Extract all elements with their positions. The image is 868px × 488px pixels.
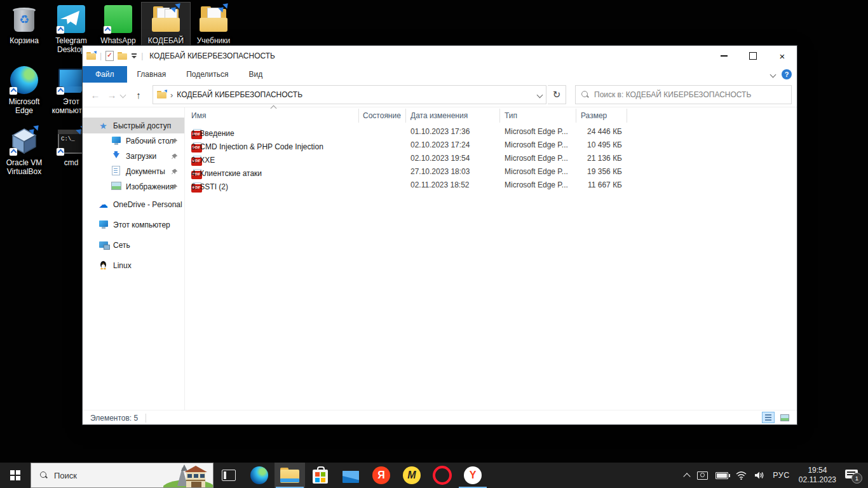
sidebar-item-documents[interactable]: Документы [83,164,184,179]
up-button[interactable]: ↑ [131,90,146,100]
taskbar-yandex-button[interactable]: Я [366,463,397,488]
edge-icon [250,466,268,484]
navigation-bar: ← → ↑ › КОДЕБАЙ КИБЕРБЕЗОПАСНОСТЬ ↻ Поис… [83,83,797,107]
tray-wifi-button[interactable] [732,463,750,488]
desktop-monitor-icon [111,137,121,146]
display-cast-icon [697,471,708,480]
taskbar-opera-button[interactable] [427,463,458,488]
pin-icon [171,184,178,193]
desktop: ♻ Корзина Telegram Desktop WhatsApp PDF … [0,0,868,488]
file-explorer-icon [280,468,299,483]
tab-share[interactable]: Поделиться [176,66,238,83]
title-bar: | ✓ | КОДЕБАЙ КИБЕРБЕЗОПАСНОСТЬ × [83,46,797,66]
taskbar-explorer-button[interactable] [275,463,305,488]
system-tray: РУС 19:54 02.11.2023 1 [681,463,868,488]
start-button[interactable] [0,463,31,488]
maximize-button[interactable] [738,46,768,66]
navigation-pane: ★ Быстрый доступ Рабочий стол Загрузки Д… [83,107,184,410]
desktop-icon-virtualbox[interactable]: Oracle VM VirtualBox [0,125,48,177]
compressed-arrows-icon [172,2,182,11]
taskbar-mail-button[interactable] [336,463,366,488]
desktop-icon-edge[interactable]: Microsoft Edge [0,64,48,116]
sidebar-item-desktop[interactable]: Рабочий стол [83,133,184,149]
sidebar-item-network[interactable]: Сеть [83,235,184,255]
notification-center-button[interactable]: 1 [841,463,865,488]
desktop-icon-recycle-bin[interactable]: ♻ Корзина [0,3,48,46]
opera-icon [433,466,452,485]
back-button[interactable]: ← [88,90,103,100]
folder-pdf-icon: PDF [198,4,229,34]
sidebar-item-downloads[interactable]: Загрузки [83,149,184,164]
sidebar-item-onedrive[interactable]: ☁ OneDrive - Personal [83,194,184,215]
forward-button[interactable]: → [104,90,119,100]
address-dropdown-icon[interactable] [537,92,543,98]
taskbar-search-input[interactable]: Поиск [31,463,214,488]
sidebar-item-this-pc[interactable]: Этот компьютер [83,215,184,235]
column-header-modified[interactable]: Дата изменения [410,111,468,120]
language-indicator[interactable]: РУС [769,463,794,488]
sidebar-item-pictures[interactable]: Изображения [83,179,184,194]
customize-toolbar-dropdown[interactable] [131,53,137,59]
taskbar-store-button[interactable] [305,463,336,488]
network-icon [98,241,109,250]
desktop-icon-uchebniki[interactable]: PDF Учебники [189,3,238,46]
tray-chevron-button[interactable] [681,463,693,488]
tray-volume-button[interactable] [750,463,769,488]
taskbar: Поиск Я [0,463,868,488]
battery-icon [715,472,728,479]
tab-view[interactable]: Вид [238,66,273,83]
minimize-button[interactable] [709,46,738,66]
chevron-up-icon [684,473,691,480]
file-row[interactable]: PDF2. CMD Injection & PHP Code Injection… [185,139,797,152]
windows-logo-icon [10,470,20,480]
taskbar-yandex-browser-button[interactable]: Y [458,463,488,488]
file-list: Имя Состояние Дата изменения Тип Размер … [184,107,797,410]
downloads-arrow-icon [111,151,121,161]
cmd-icon: C:\_ [56,126,86,156]
column-header-status[interactable]: Состояние [363,111,401,120]
thumbnails-view-button[interactable] [779,412,790,423]
taskbar-yellow-m-button[interactable]: M [397,463,427,488]
new-folder-button[interactable] [118,52,127,60]
ribbon-tabs: Файл Главная Поделиться Вид ? [83,66,797,83]
file-row[interactable]: PDF3. XXE 02.10.2023 19:54 Microsoft Edg… [185,152,797,165]
file-row[interactable]: PDF5. SSTI (2) 02.11.2023 18:52 Microsof… [185,179,797,192]
clock[interactable]: 19:54 02.11.2023 [794,463,841,488]
file-row[interactable]: PDF4. Клиентские атаки 27.10.2023 18:03 … [185,165,797,179]
pin-icon [171,138,178,147]
tab-home[interactable]: Главная [127,66,177,83]
folder-pdf-icon: PDF PDF [151,4,181,34]
address-bar[interactable]: › КОДЕБАЙ КИБЕРБЕЗОПАСНОСТЬ [153,85,546,104]
desktop-icon-kodebai[interactable]: PDF PDF КОДЕБАЙ [142,3,190,46]
task-view-button[interactable] [214,463,244,488]
breadcrumb[interactable]: КОДЕБАЙ КИБЕРБЕЗОПАСНОСТЬ [177,90,534,99]
wifi-icon [736,471,747,480]
shortcut-arrow-icon [57,148,64,156]
tab-file[interactable]: Файл [83,66,127,83]
taskbar-edge-button[interactable] [244,463,275,488]
help-button[interactable]: ? [782,69,792,79]
close-button[interactable]: × [768,46,797,66]
column-header-name[interactable]: Имя [191,111,206,120]
desktop-icon-whatsapp[interactable]: WhatsApp [94,3,142,46]
sidebar-item-linux[interactable]: Linux [83,255,184,276]
refresh-button[interactable]: ↻ [548,85,566,104]
details-view-button[interactable] [763,412,774,423]
tray-display-button[interactable] [693,463,712,488]
column-header-size[interactable]: Размер [581,111,607,120]
tray-battery-button[interactable] [712,463,732,488]
onedrive-cloud-icon: ☁ [98,199,109,210]
yellow-m-icon: M [403,466,421,484]
sidebar-item-quick-access[interactable]: ★ Быстрый доступ [83,118,184,133]
search-icon [581,91,589,98]
explorer-window: | ✓ | КОДЕБАЙ КИБЕРБЕЗОПАСНОСТЬ × Файл Г… [83,46,797,424]
whatsapp-icon [103,4,133,34]
recent-locations-dropdown[interactable] [121,90,130,99]
collapse-ribbon-icon[interactable] [770,71,776,78]
status-bar: Элементов: 5 [83,410,797,426]
search-input[interactable]: Поиск в: КОДЕБАЙ КИБЕРБЕЗОПАСНОСТЬ [575,85,792,104]
file-row[interactable]: PDF1. Введение 01.10.2023 17:36 Microsof… [185,125,797,139]
column-header-type[interactable]: Тип [505,111,517,120]
search-icon [40,471,48,479]
properties-button[interactable]: ✓ [105,51,114,61]
